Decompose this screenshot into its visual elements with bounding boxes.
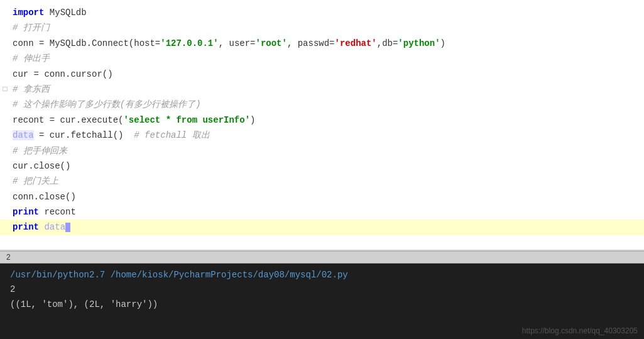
code-line-5: cur = conn.cursor() — [0, 67, 644, 82]
code-text: cur = conn.cursor() — [13, 69, 113, 79]
var-data: data — [13, 130, 34, 140]
comment: # 拿东西 — [13, 84, 50, 94]
output-line-2: ((1L, 'tom'), (2L, 'harry')) — [10, 297, 634, 313]
comment: # 打开门 — [13, 23, 50, 33]
string-host: '127.0.0.1' — [160, 38, 218, 48]
keyword-print: print — [13, 207, 39, 217]
code-line-12: # 把门关上 — [0, 174, 644, 189]
main-container: import MySQLdb # 打开门 conn = MySQLdb.Conn… — [0, 0, 644, 339]
keyword-print: print — [13, 222, 39, 232]
code-text: , user= — [219, 38, 256, 48]
code-text: ) — [440, 38, 445, 48]
code-text: ) — [250, 115, 255, 125]
code-text: ,db= — [377, 38, 398, 48]
code-line-empty — [0, 235, 644, 249]
code-line-6: □ # 拿东西 — [0, 82, 644, 97]
run-command: /usr/bin/python2.7 /home/kiosk/PycharmPr… — [10, 270, 634, 280]
keyword-import: import — [13, 8, 44, 18]
string-db: 'python' — [398, 38, 440, 48]
code-text: recont — [39, 207, 76, 217]
code-text: , passwd= — [287, 38, 335, 48]
var-data-ref: data — [44, 222, 65, 232]
comment: # 把门关上 — [13, 176, 58, 186]
code-line-15: print data — [0, 220, 644, 235]
code-line-10: # 把手伸回来 — [0, 143, 644, 158]
code-text: cur.close() — [13, 161, 70, 171]
code-line-4: # 伸出手 — [0, 51, 644, 66]
code-text: MySQLdb — [44, 8, 86, 18]
gutter-marker — [0, 97, 10, 112]
comment: # 伸出手 — [13, 53, 50, 64]
output-line-1: 2 — [10, 282, 634, 297]
cursor — [65, 223, 70, 232]
comment: # 这个操作影响了多少行数(有多少行被操作了) — [13, 99, 201, 109]
code-line-3: conn = MySQLdb.Connect(host='127.0.0.1',… — [0, 36, 644, 51]
code-line-13: conn.close() — [0, 189, 644, 204]
code-line-11: cur.close() — [0, 158, 644, 174]
comment: # 把手伸回来 — [13, 146, 67, 156]
code-text: conn.close() — [13, 192, 76, 202]
inline-comment: # fetchall 取出 — [134, 130, 209, 140]
line-number-indicator: 2 — [6, 253, 11, 262]
code-text: conn = MySQLdb.Connect(host= — [13, 38, 160, 48]
code-line-1: import MySQLdb — [0, 5, 644, 20]
code-line-8: recont = cur.execute('select * from user… — [0, 113, 644, 128]
output-panel: /usr/bin/python2.7 /home/kiosk/PycharmPr… — [0, 264, 644, 339]
code-line-7: # 这个操作影响了多少行数(有多少行被操作了) — [0, 97, 644, 112]
status-bar: 2 — [0, 251, 644, 264]
code-text: = cur.fetchall() — [34, 130, 134, 140]
string-sql: 'select * from userInfo' — [123, 115, 250, 125]
string-passwd: 'redhat' — [335, 38, 377, 48]
gutter-marker: □ — [0, 82, 10, 97]
code-line-14: print recont — [0, 204, 644, 220]
code-line-9: data = cur.fetchall() # fetchall 取出 — [0, 128, 644, 143]
code-editor[interactable]: import MySQLdb # 打开门 conn = MySQLdb.Conn… — [0, 0, 644, 251]
code-text: recont = cur.execute( — [13, 115, 123, 125]
string-user: 'root' — [255, 38, 287, 48]
watermark: https://blog.csdn.net/qq_40303205 — [522, 326, 638, 335]
code-line-2: # 打开门 — [0, 20, 644, 35]
